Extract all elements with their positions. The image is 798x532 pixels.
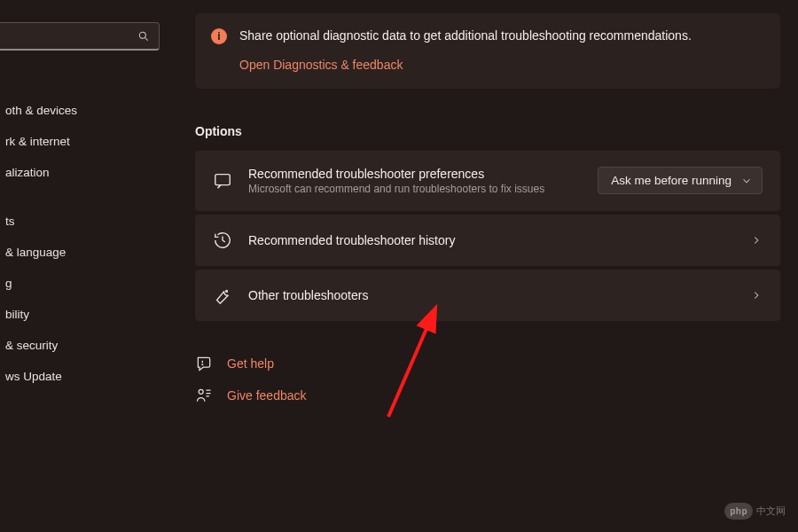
nav-item-accessibility[interactable]: bility [0,299,160,330]
troubleshooter-history-card[interactable]: Recommended troubleshooter history [195,215,780,266]
svg-point-6 [199,389,203,394]
chevron-right-icon [750,234,763,246]
get-help-row: Get help [195,348,780,379]
search-input[interactable] [0,29,137,43]
nav-list: oth & devices rk & internet alization ts… [0,68,160,392]
footer-links: Get help Give feedback [195,348,780,411]
history-title: Recommended troubleshooter history [248,233,734,247]
prefs-dropdown[interactable]: Ask me before running [598,167,763,194]
search-icon [137,30,150,43]
chevron-down-icon [740,175,753,187]
chevron-right-icon [750,289,763,301]
get-help-link[interactable]: Get help [227,356,274,371]
watermark-badge: php [724,503,753,520]
other-troubleshooters-card[interactable]: Other troubleshooters [195,270,780,321]
options-section-title: Options [195,124,780,138]
svg-point-5 [202,364,203,364]
nav-item-windows-update[interactable]: ws Update [0,361,160,392]
open-diagnostics-link[interactable]: Open Diagnostics & feedback [239,58,403,72]
prefs-title: Recommended troubleshooter preferences [248,167,582,181]
nav-item-time-language[interactable]: & language [0,237,160,268]
nav-item-network[interactable]: rk & internet [0,126,160,157]
other-title: Other troubleshooters [248,288,734,302]
info-icon: i [211,28,227,44]
banner-text: Share optional diagnostic data to get ad… [239,27,692,45]
card-body: Recommended troubleshooter preferences M… [248,167,582,195]
chat-icon [213,171,232,191]
nav-item-bluetooth[interactable]: oth & devices [0,95,160,126]
svg-point-3 [226,290,228,292]
history-icon [213,231,232,250]
svg-line-1 [145,37,148,40]
watermark: php 中文网 [724,503,786,520]
nav-item-personalization[interactable]: alization [0,157,160,188]
nav-item-accounts[interactable]: ts [0,206,160,237]
dropdown-label: Ask me before running [611,174,732,187]
svg-point-0 [139,32,145,38]
card-body: Other troubleshooters [248,288,734,302]
nav-item-privacy-security[interactable]: & security [0,330,160,361]
search-box[interactable] [0,22,160,51]
give-feedback-link[interactable]: Give feedback [227,388,307,403]
card-body: Recommended troubleshooter history [248,233,734,247]
give-feedback-row: Give feedback [195,379,780,411]
svg-rect-2 [215,174,231,184]
prefs-subtitle: Microsoft can recommend and run troubles… [248,183,582,195]
feedback-icon [195,387,213,404]
main-content: i Share optional diagnostic data to get … [160,0,798,532]
watermark-text: 中文网 [756,505,786,518]
wrench-icon [213,286,232,305]
nav-item-apps[interactable] [0,188,160,206]
banner-body: Share optional diagnostic data to get ad… [239,27,692,73]
troubleshooter-preferences-card: Recommended troubleshooter preferences M… [195,151,780,211]
diagnostics-banner: i Share optional diagnostic data to get … [195,13,780,89]
sidebar: oth & devices rk & internet alization ts… [0,0,160,532]
nav-item-gaming[interactable]: g [0,268,160,299]
help-icon [195,355,213,372]
